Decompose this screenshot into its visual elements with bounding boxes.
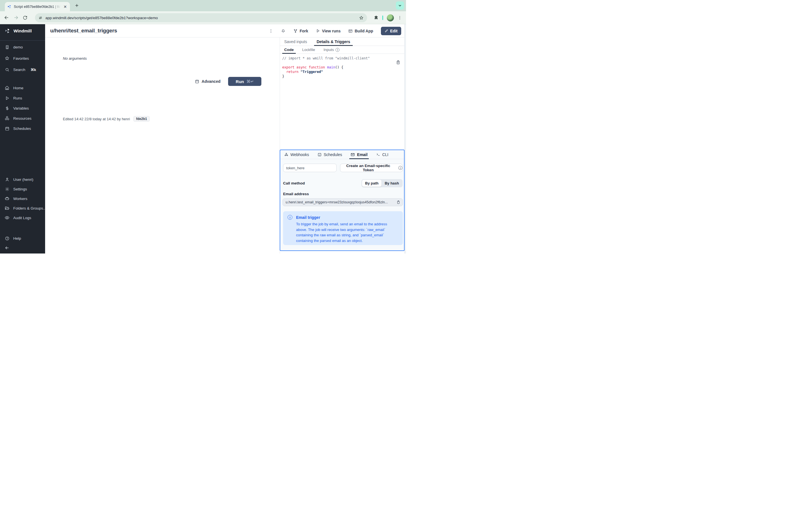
app: Windmill demo Favorites Search <box>0 24 406 253</box>
sidebar-item-home[interactable]: Home <box>4 84 23 91</box>
sidebar-item-audit-logs[interactable]: Audit Logs <box>4 214 31 221</box>
search-shortcut: ⌘k <box>31 68 36 72</box>
subtab-lockfile[interactable]: Lockfile <box>302 46 315 54</box>
trigger-tab-label: CLI <box>382 152 389 157</box>
info-icon: i <box>336 48 340 52</box>
more-options-kebab-icon[interactable] <box>269 29 273 33</box>
token-input[interactable] <box>283 164 337 172</box>
browser-toolbar: app.windmill.dev/scripts/get/e857be88e0f… <box>0 11 406 24</box>
code-string: "Triggered" <box>301 70 323 74</box>
sidebar-item-label: Audit Logs <box>13 216 31 220</box>
call-method-label: Call method <box>283 181 305 185</box>
extensions-puzzle-icon[interactable] <box>373 15 378 20</box>
sidebar-item-workspace-demo[interactable]: demo <box>4 44 23 50</box>
run-row: Advanced Run ⌘↵ <box>45 77 280 86</box>
version-badge[interactable]: fde2b1 <box>133 116 150 122</box>
fork-button[interactable]: Fork <box>293 29 308 33</box>
build-app-button[interactable]: Build App <box>348 29 373 33</box>
sidebar-item-label: Favorites <box>13 56 29 61</box>
sidebar-item-help[interactable]: Help <box>4 235 21 242</box>
avatar[interactable] <box>387 14 394 21</box>
sidebar-item-favorites[interactable]: Favorites <box>4 55 29 62</box>
create-email-token-button[interactable]: Create an Email-specific Token i <box>340 164 403 172</box>
email-trigger-info-box: i Email trigger To trigger the job by em… <box>283 211 403 245</box>
reload-icon[interactable] <box>22 15 28 20</box>
bookmark-star-icon[interactable] <box>359 15 364 20</box>
copy-email-icon[interactable] <box>396 200 400 204</box>
calendar-icon <box>195 79 199 83</box>
envelope-icon <box>350 152 355 157</box>
email-address-field[interactable]: u.henri.test_email_triggers+mrsw23zlouxg… <box>283 198 403 206</box>
by-path-option[interactable]: By path <box>362 180 382 187</box>
browser-tab[interactable]: Script e857be88e0fde2b1 | W ✕ <box>5 2 70 11</box>
app-grid-icon <box>348 29 353 33</box>
info-box-title: Email trigger <box>296 215 320 220</box>
sidebar-item-label: Help <box>13 236 21 240</box>
sidebar-item-variables[interactable]: Variables <box>4 105 29 112</box>
code-plain: } <box>282 74 284 78</box>
create-token-label: Create an Email-specific Token <box>340 164 396 172</box>
back-icon[interactable] <box>4 15 9 20</box>
url-text[interactable]: app.windmill.dev/scripts/get/e857be88e0f… <box>45 16 356 20</box>
robot-icon <box>4 196 10 201</box>
sidebar-item-settings[interactable]: Settings <box>4 186 27 192</box>
tab-search-button[interactable] <box>396 1 404 10</box>
build-app-label: Build App <box>355 29 373 33</box>
sidebar-item-runs[interactable]: Runs <box>4 95 22 101</box>
view-runs-label: View runs <box>322 29 341 33</box>
sidebar-item-label: Resources <box>13 116 32 121</box>
sidebar-item-label: Home <box>13 86 23 90</box>
advanced-label: Advanced <box>202 79 220 83</box>
fork-icon <box>293 29 298 33</box>
advanced-button[interactable]: Advanced <box>195 79 220 83</box>
subtab-inputs[interactable]: Inputs i <box>324 46 340 54</box>
trigger-tab-webhooks[interactable]: Webhooks <box>284 150 309 159</box>
info-box-body: To trigger the job by email, send an ema… <box>296 221 398 243</box>
tab-close-icon[interactable]: ✕ <box>63 4 67 9</box>
view-runs-button[interactable]: View runs <box>316 29 341 33</box>
run-button[interactable]: Run ⌘↵ <box>228 77 261 86</box>
edit-label: Edit <box>390 29 398 33</box>
terminal-icon <box>376 152 380 157</box>
tab-details-triggers[interactable]: Details & Triggers <box>317 38 350 46</box>
trigger-tab-cli[interactable]: CLI <box>376 150 389 159</box>
windmill-brand[interactable]: Windmill <box>4 28 32 34</box>
call-method-toggle: By path By hash <box>361 179 403 187</box>
brand-label: Windmill <box>13 29 32 34</box>
play-icon <box>4 96 10 101</box>
tab-saved-inputs[interactable]: Saved inputs <box>284 38 307 46</box>
edit-button[interactable]: Edit <box>381 27 401 35</box>
sidebar-divider <box>0 40 45 41</box>
sidebar-item-schedules[interactable]: Schedules <box>4 125 31 132</box>
sidebar-item-label: Settings <box>13 187 27 191</box>
token-row: Create an Email-specific Token i <box>283 164 403 172</box>
arrow-left-icon <box>4 245 10 250</box>
search-icon <box>4 67 10 72</box>
play-outline-icon <box>316 29 320 33</box>
info-icon: i <box>288 215 292 220</box>
call-method-row: Call method By path By hash <box>283 179 403 187</box>
sidebar-item-search[interactable]: Search ⌘k <box>4 66 36 73</box>
sidebar-item-user[interactable]: User (henri) <box>4 176 33 183</box>
browser-menu-kebab-icon[interactable] <box>398 15 402 20</box>
forward-icon[interactable] <box>13 15 18 20</box>
sidebar-item-resources[interactable]: Resources <box>4 115 32 122</box>
eye-icon <box>4 215 10 220</box>
subtab-code[interactable]: Code <box>284 46 294 54</box>
by-hash-option[interactable]: By hash <box>382 180 402 187</box>
sidebar-item-workers[interactable]: Workers <box>4 195 28 202</box>
trigger-tab-email[interactable]: Email <box>350 150 367 159</box>
url-bar[interactable]: app.windmill.dev/scripts/get/e857be88e0f… <box>35 13 367 22</box>
app-header: u/henri/test_email_triggers Fork <box>45 24 406 38</box>
sidebar-item-folders-groups[interactable]: Folders & Groups... <box>4 205 46 212</box>
tab-title: Script e857be88e0fde2b1 | W <box>14 5 61 9</box>
browser-tabstrip: Script e857be88e0fde2b1 | W ✕ <box>0 0 406 11</box>
sidebar-collapse-button[interactable] <box>4 244 10 251</box>
new-tab-button[interactable] <box>74 3 79 8</box>
code-plain: () { <box>335 65 343 69</box>
trigger-tab-schedules[interactable]: Schedules <box>317 150 342 159</box>
star-icon <box>4 56 10 61</box>
site-settings-icon[interactable] <box>38 16 43 20</box>
copy-code-icon[interactable] <box>396 60 400 65</box>
notifications-bell-icon[interactable] <box>281 29 286 33</box>
